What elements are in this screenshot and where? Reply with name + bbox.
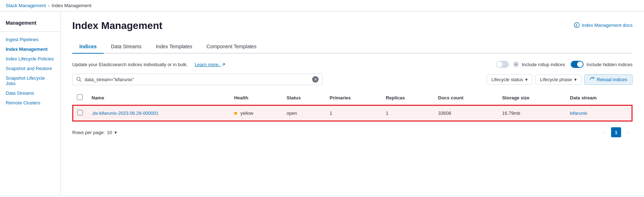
th-status: Status (282, 91, 325, 105)
row-data-stream-cell: kifarunix (566, 105, 632, 121)
filter-buttons: Lifecycle status ▾ Lifecycle phase ▾ Rel… (487, 74, 633, 85)
row-checkbox-cell (73, 105, 87, 121)
sidebar-item-slm-jobs[interactable]: Snapshot Lifecycle Jobs (0, 73, 60, 88)
page-title: Index Management (72, 20, 162, 31)
lifecycle-status-chevron-icon: ▾ (525, 77, 528, 82)
hidden-toggle-label: Include hidden indices (586, 62, 633, 67)
tab-indices[interactable]: Indices (72, 40, 104, 54)
docs-link-label: Index Management docs (582, 23, 633, 28)
sidebar-item-ilm-policies[interactable]: Index Lifecycle Policies (0, 54, 60, 64)
row-health-cell: yellow (230, 105, 282, 121)
row-status-cell: open (282, 105, 325, 121)
row-docs-count-cell: 33608 (434, 105, 498, 121)
docs-link[interactable]: ℹ Index Management docs (574, 22, 633, 28)
search-box: data_stream="kifarunix" ✕ (72, 74, 323, 85)
tab-component-templates[interactable]: Component Templates (200, 40, 264, 54)
include-hidden-toggle[interactable] (571, 61, 584, 68)
index-name-link[interactable]: .ds-kifarunix-2023.06.28-000001 (92, 110, 158, 116)
page-1-button[interactable]: 1 (611, 127, 621, 137)
sidebar-item-remote-clusters[interactable]: Remote Clusters (0, 98, 60, 108)
tabs: Indices Data Streams Index Templates Com… (72, 40, 633, 54)
svg-text:ℹ: ℹ (576, 23, 577, 27)
lifecycle-phase-dropdown[interactable]: Lifecycle phase ▾ (535, 74, 581, 85)
rollup-toggle-label: Include rollup indices (522, 62, 565, 67)
table-body: .ds-kifarunix-2023.06.28-000001 yellow o… (73, 105, 632, 121)
learn-more-link[interactable]: Learn more. (195, 62, 226, 67)
lifecycle-status-dropdown[interactable]: Lifecycle status ▾ (487, 74, 532, 85)
rollup-toggle-group: ✕ Include rollup indices (496, 61, 565, 68)
filter-bar: Update your Elasticsearch indices indivi… (72, 61, 633, 68)
main-content: Index Management ℹ Index Management docs… (61, 11, 644, 195)
next-page-icon: › (627, 130, 628, 135)
th-health: Health (230, 91, 282, 105)
tab-data-streams[interactable]: Data Streams (104, 40, 149, 54)
breadcrumb-parent[interactable]: Stack Management (6, 3, 46, 8)
include-rollup-toggle[interactable] (496, 61, 509, 68)
row-checkbox[interactable] (77, 110, 83, 115)
pagination-controls: ‹ 1 › (600, 127, 633, 137)
table-container: Name Health Status Primaries Replicas Do… (72, 91, 633, 122)
sidebar-item-ingest-pipelines[interactable]: Ingest Pipelines (0, 35, 60, 44)
sidebar: Management Ingest Pipelines Index Manage… (0, 11, 61, 195)
rows-per-page-chevron-icon: ▾ (114, 130, 117, 135)
reload-indices-button[interactable]: Reload indices (584, 74, 633, 85)
row-primaries-cell: 1 (325, 105, 382, 121)
th-docs-count: Docs count (434, 91, 498, 105)
prev-page-icon: ‹ (604, 130, 605, 135)
toggle-controls: ✕ Include rollup indices Include hidden … (496, 61, 633, 68)
page-1-label: 1 (615, 130, 617, 135)
search-icon (76, 77, 82, 82)
external-link-icon (222, 63, 225, 67)
sidebar-item-index-management[interactable]: Index Management (0, 44, 60, 54)
th-name: Name (87, 91, 230, 105)
rollup-close-icon: ✕ (513, 61, 519, 67)
docs-icon: ℹ (574, 22, 580, 28)
sidebar-section-title: Management (0, 17, 60, 29)
svg-point-2 (77, 77, 80, 80)
th-replicas: Replicas (382, 91, 434, 105)
filter-description-text: Update your Elasticsearch indices indivi… (72, 62, 188, 67)
rows-per-page-value: 10 (107, 130, 112, 135)
sidebar-item-data-streams-nav[interactable]: Data Streams (0, 88, 60, 98)
select-all-checkbox[interactable] (77, 94, 83, 100)
th-storage-size: Storage size (498, 91, 566, 105)
page-header: Index Management ℹ Index Management docs (72, 20, 633, 37)
filter-description: Update your Elasticsearch indices indivi… (72, 62, 225, 67)
breadcrumb-current: Index Management (51, 3, 91, 8)
reload-icon (590, 77, 595, 82)
breadcrumb: Stack Management › Index Management (0, 0, 644, 11)
row-storage-size-cell: 16.79mb (498, 105, 566, 121)
rows-per-page-label: Rows per page: (72, 130, 105, 135)
prev-page-button[interactable]: ‹ (600, 127, 610, 137)
sidebar-divider (0, 31, 60, 32)
search-clear-button[interactable]: ✕ (312, 76, 319, 83)
indices-table: Name Health Status Primaries Replicas Do… (72, 91, 633, 122)
svg-line-3 (80, 80, 81, 82)
sidebar-item-snapshot-restore[interactable]: Snapshot and Restore (0, 64, 60, 73)
table-row: .ds-kifarunix-2023.06.28-000001 yellow o… (73, 105, 632, 121)
rows-per-page[interactable]: Rows per page: 10 ▾ (72, 130, 117, 135)
layout: Management Ingest Pipelines Index Manage… (0, 11, 644, 195)
next-page-button[interactable]: › (623, 127, 633, 137)
th-primaries: Primaries (325, 91, 382, 105)
breadcrumb-sep: › (48, 3, 49, 8)
th-data-stream: Data stream (566, 91, 632, 105)
row-replicas-cell: 1 (382, 105, 434, 121)
search-input[interactable]: data_stream="kifarunix" (85, 77, 309, 82)
search-row: data_stream="kifarunix" ✕ Lifecycle stat… (72, 74, 633, 85)
tab-index-templates[interactable]: Index Templates (149, 40, 200, 54)
th-checkbox (73, 91, 87, 105)
health-dot (234, 112, 237, 115)
lifecycle-phase-chevron-icon: ▾ (574, 77, 577, 82)
table-header: Name Health Status Primaries Replicas Do… (73, 91, 632, 105)
hidden-toggle-group: Include hidden indices (571, 61, 633, 68)
pagination-row: Rows per page: 10 ▾ ‹ 1 › (72, 127, 633, 137)
row-name-cell: .ds-kifarunix-2023.06.28-000001 (87, 105, 230, 121)
data-stream-link[interactable]: kifarunix (570, 110, 587, 116)
health-label: yellow (240, 110, 253, 116)
